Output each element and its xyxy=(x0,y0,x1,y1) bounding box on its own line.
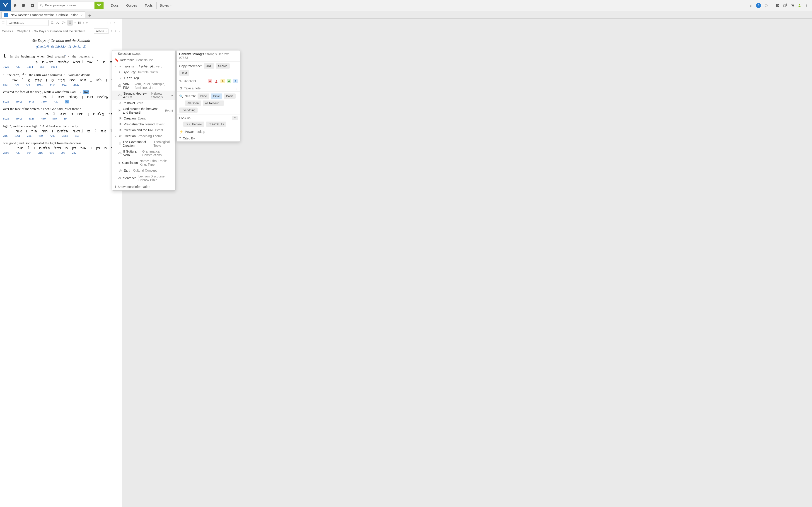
menu-tools[interactable]: Tools xyxy=(144,2,153,9)
nav-prev-icon[interactable]: ‹ xyxy=(107,21,108,24)
home-icon[interactable] xyxy=(11,0,19,11)
hebrew-line[interactable]: חףאֱלֹהִיםרוּחַוְתְּהוֹםפְּנֵה2עַל xyxy=(3,94,119,99)
hebrew-line[interactable]: חֹשֶׁךְהַבֵיןוּאוֹרבַּיִןהַבדלאֱלֹהִיםוְ… xyxy=(3,146,119,151)
strongs-line[interactable]: 592139428415730743073 xyxy=(3,100,119,103)
xref-link[interactable]: Job 38.4–11 xyxy=(55,45,71,48)
context-item[interactable]: ⚑Pre-patriarchal PeriodEvent xyxy=(112,121,175,127)
sync-icon[interactable] xyxy=(764,3,768,7)
linkset-icon[interactable] xyxy=(56,21,60,25)
search-input[interactable] xyxy=(45,4,95,7)
context-item[interactable]: √רחף 1rḥp xyxy=(112,75,175,81)
locator-close-icon[interactable]: × xyxy=(118,30,120,33)
english-line[interactable]: was good ; and God separated the light f… xyxy=(3,141,119,145)
panel-menu-icon[interactable]: ☰ xyxy=(2,21,5,25)
search-allresources-button[interactable]: All Resour… xyxy=(203,101,224,106)
tab-nrsv-ce[interactable]: ✦ New Revised Standard Version: Catholic… xyxy=(1,11,85,18)
menu-docs[interactable]: Docs xyxy=(110,2,119,9)
panel-overflow-icon[interactable]: ⋮ xyxy=(117,21,120,25)
locator-prev-icon[interactable]: ↑ xyxy=(111,30,113,33)
context-item[interactable]: @VbR-FSAverb, Piʿʿēl, participle, femini… xyxy=(112,81,175,91)
context-item[interactable]: ⚑Creation and the FallEvent xyxy=(112,127,175,133)
hebrew-line[interactable]: חֹשֶׁךְוְבֹהוּוָתֹהוּהיהאֶרֶץהָוְאֶרֶץהָ… xyxy=(3,77,119,82)
tab-close-icon[interactable]: × xyxy=(81,13,83,17)
english-line[interactable]: over the face of the waters. ³ Then God … xyxy=(3,107,119,111)
english-line[interactable]: covered the face of the deep , while a w… xyxy=(3,90,119,94)
search-everything-button[interactable]: Everything xyxy=(179,108,198,113)
columns-dropdown-icon[interactable]: ▾ xyxy=(83,22,84,24)
crumb-section[interactable]: Six Days of Creation and the Sabbath xyxy=(34,30,85,33)
power-lookup-button[interactable]: ⚡ Power Lookup xyxy=(177,128,240,135)
hebrew-line[interactable]: 1 אמראֱלֹהִיםוְמַּיִםהַפְּנֵה2עַל xyxy=(3,111,119,116)
hebrew-line[interactable]: הַ1אֵת2כִּי1 ראהאֱלֹהִיםוְהיהאוֹרוְאוֹר xyxy=(3,128,119,133)
context-item[interactable]: ▸🗑CreationPreaching Theme xyxy=(112,133,175,139)
context-item[interactable]: ▸●CantillationName: Tifha, Rank: King, T… xyxy=(112,158,175,168)
copy-url-button[interactable]: URL xyxy=(204,63,214,69)
parallel-icon[interactable]: // xyxy=(86,21,88,25)
strongs-line[interactable]: 853776776196184149222822 xyxy=(3,83,119,87)
check-dropdown-icon[interactable]: ☑ ▾ xyxy=(61,21,65,25)
copy-search-button[interactable]: Search xyxy=(216,63,230,69)
context-item[interactable]: <>II Guttural VerbGrammatical Constructi… xyxy=(112,149,175,158)
search-bible-button[interactable]: Bible xyxy=(211,94,222,99)
search-inline-button[interactable]: Inline xyxy=(198,94,209,99)
expand-down-icon[interactable] xyxy=(749,3,753,7)
context-item[interactable]: ▸≡מְרַחֶפֶתmᵊrǎ·ḥě´·p̄ěṯverb xyxy=(112,63,175,69)
popout-icon[interactable] xyxy=(783,3,787,7)
take-note-button[interactable]: 🗒 Take a note ⌄ xyxy=(177,85,240,92)
english-line[interactable]: 1 Inthebeginningwhen Godcreateda •thehea… xyxy=(3,52,119,59)
context-item[interactable]: ⠿The Covenant of CreationTheological Top… xyxy=(112,139,175,149)
app-logo[interactable] xyxy=(0,0,11,11)
user-icon[interactable] xyxy=(798,3,802,7)
strongs-line[interactable]: 216196121643072003588853 xyxy=(3,134,119,137)
selected-word[interactable]: swe xyxy=(83,90,89,94)
context-item[interactable]: αto hoververb xyxy=(112,100,175,106)
lookup-dbl-hebrew-button[interactable]: DBL Hebrew xyxy=(183,121,204,127)
library-icon[interactable] xyxy=(19,0,28,11)
search-basic-button[interactable]: Basic xyxy=(224,94,236,99)
highlight-underline-red[interactable]: A xyxy=(214,79,219,83)
nav-next-icon[interactable]: › xyxy=(111,21,112,24)
doc-search-icon[interactable] xyxy=(51,21,54,25)
context-item[interactable]: <>SentenceLexham Discourse Hebrew Bible xyxy=(112,173,175,183)
highlight-yellow[interactable]: A xyxy=(220,79,225,83)
locator-mode-dropdown[interactable]: Article▾ xyxy=(94,29,108,34)
history-dropdown-icon[interactable]: ▾ xyxy=(114,22,115,24)
highlight-blue[interactable]: A xyxy=(233,79,238,83)
lookup-cdwgthb-button[interactable]: CDWGTHB xyxy=(206,121,226,127)
columns-icon[interactable] xyxy=(78,21,81,25)
search-go-button[interactable]: GO xyxy=(95,2,104,9)
context-item[interactable]: ↻רחףrḥptremble; flutter xyxy=(112,69,175,75)
highlight-red[interactable]: A xyxy=(208,79,212,83)
context-item[interactable]: ⚑God creates the heavens and the earthEv… xyxy=(112,106,175,115)
xref-link[interactable]: Jn 1.1–5 xyxy=(73,45,85,48)
crumb-chapter[interactable]: Chapter 1 xyxy=(17,30,30,33)
overflow-menu-icon[interactable] xyxy=(805,3,809,7)
strongs-line[interactable]: 59213942432543055919 xyxy=(3,117,119,120)
notifications-badge[interactable]: 3 xyxy=(756,3,761,8)
english-line[interactable]: •the earth,2 •the earth was a formless•v… xyxy=(3,72,119,77)
english-line[interactable]: light”; and there was light. ⁴ And God s… xyxy=(3,124,119,128)
cart-icon[interactable] xyxy=(790,3,794,7)
lookup-row[interactable]: Look up ⌃ xyxy=(177,115,240,121)
copy-text-button[interactable]: Text xyxy=(179,70,189,75)
interlinear-dropdown-icon[interactable]: ▾ xyxy=(74,22,76,24)
cited-by-row[interactable]: ❝ Cited By xyxy=(177,135,240,142)
tasks-icon[interactable] xyxy=(28,0,37,11)
hebrew-line[interactable]: שָּׁמַיִםהַ1אֵת1 בראאֱלֹהִיםרֵאשִׁיתבְּ xyxy=(3,60,119,64)
show-more-info-button[interactable]: ℹ Show more information xyxy=(112,183,175,190)
bibles-dropdown[interactable]: Bibles▾ xyxy=(160,3,171,7)
tab-add-button[interactable]: + xyxy=(88,13,91,18)
crumb-book[interactable]: Genesis xyxy=(2,30,13,33)
layout-icon[interactable] xyxy=(776,3,780,7)
reference-input[interactable] xyxy=(7,20,49,26)
xref-link[interactable]: Gen 2.4b–9 xyxy=(37,45,53,48)
highlight-green[interactable]: A xyxy=(227,79,231,83)
context-item[interactable]: ◎EarthCultural Concept xyxy=(112,168,175,173)
strongs-line[interactable]: 2896430914216996996282 xyxy=(3,151,119,155)
strongs-line[interactable]: 722543012548538064 xyxy=(3,65,119,69)
interlinear-toggle[interactable] xyxy=(67,20,73,25)
text-body[interactable]: Six Days of Creation and the Sabbath (Ge… xyxy=(0,35,122,507)
menu-guides[interactable]: Guides xyxy=(126,2,138,9)
context-item[interactable]: ⚑CreationEvent xyxy=(112,115,175,121)
locator-next-icon[interactable]: ↓ xyxy=(115,30,116,33)
